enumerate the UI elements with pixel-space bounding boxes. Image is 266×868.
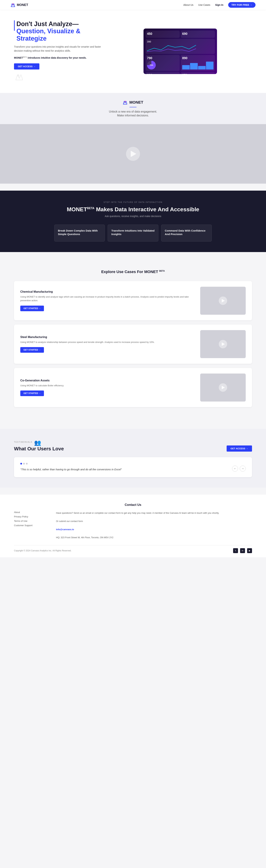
- hero-image-area: 450 690: [108, 29, 252, 74]
- feature-card-2: Transform Intuitions Into Validated Insi…: [108, 224, 158, 242]
- use-case-3-content: Co-Generation Assets Using MONET to calc…: [20, 379, 193, 396]
- use-case-1-desc: Using MONET to identify and analyze tags…: [20, 295, 193, 303]
- logo-center: MONET: [10, 100, 256, 105]
- use-cases-header-sup: BETA: [159, 270, 165, 272]
- svg-marker-2: [16, 75, 23, 80]
- testimonials-cta-button[interactable]: GET ACCESS →: [227, 445, 252, 452]
- use-case-1-content: Chemical Manufacturing Using MONET to id…: [20, 290, 193, 311]
- footer-email-link[interactable]: info@canvass.io: [56, 528, 74, 531]
- nav-use-cases[interactable]: Use Cases: [198, 3, 210, 6]
- use-case-2-title: Steel Manufacturing: [20, 336, 193, 339]
- social-icons: 𝕏 in ▶: [233, 548, 252, 553]
- use-case-1-title: Chemical Manufacturing: [20, 290, 193, 293]
- testimonial-prev-button[interactable]: ←: [232, 466, 238, 471]
- social-icon-youtube[interactable]: ▶: [247, 548, 252, 553]
- nav-about[interactable]: About Us: [183, 3, 193, 6]
- dark-title-suffix: Makes Data Interactive And Accessible: [95, 206, 199, 213]
- use-case-1-play-button[interactable]: [219, 297, 227, 305]
- footer-bottom: Copyright © 2024 Canvass Analytics Inc. …: [14, 545, 252, 553]
- use-case-3-play-button[interactable]: [219, 383, 227, 392]
- hero-content: Don't Just Analyze— Question, Visualize …: [14, 20, 101, 83]
- play-triangle-sm-icon-2: [222, 342, 225, 346]
- nav-try-free-button[interactable]: TRY FOR FREE →: [228, 2, 256, 8]
- testimonial-content: "This is so helpful, rather than having …: [20, 463, 122, 471]
- spacer-1: [0, 184, 266, 191]
- feature-card-2-title: Transform Intuitions Into Validated Insi…: [111, 229, 155, 236]
- footer-contact-info: Have questions? Send us an email or comp…: [56, 511, 252, 539]
- line-chart-svg: [147, 44, 213, 53]
- use-case-3-video: [200, 374, 246, 402]
- hero-title-line2: Question, Visualize &: [16, 28, 80, 35]
- monet-center-logo-icon: [123, 100, 128, 105]
- dot-1: [20, 463, 22, 465]
- use-case-1-cta-button[interactable]: GET STARTED →: [20, 306, 44, 311]
- feature-card-1: Break Down Complex Data With Simple Ques…: [54, 224, 105, 242]
- play-triangle-icon: [131, 151, 136, 157]
- footer-contact-title: Contact Us: [14, 503, 252, 507]
- spacer-4: [0, 488, 266, 495]
- hero-beta-sup: BETA: [23, 56, 27, 58]
- testimonial-nav: ← →: [232, 466, 246, 471]
- dash-card-wide: 390: [145, 39, 215, 54]
- dash-card-1: 450: [145, 31, 180, 38]
- feature-card-3-title: Command Data With Confidence And Precisi…: [165, 229, 208, 236]
- logo-center-text: MONET: [129, 100, 143, 105]
- hero-title: Don't Just Analyze— Question, Visualize …: [16, 20, 80, 42]
- dark-title-sup: BETA: [87, 207, 94, 210]
- footer-links: About Privacy Policy Terms of Use Custom…: [14, 511, 49, 539]
- use-case-2-cta-button[interactable]: GET STARTED →: [20, 347, 44, 353]
- logo-tagline-1: Unlock a new era of data engagement.: [10, 110, 256, 113]
- video-play-button[interactable]: [126, 147, 140, 161]
- hero-section: Don't Just Analyze— Question, Visualize …: [0, 10, 266, 93]
- video-section: [0, 124, 266, 184]
- feature-card-3: Command Data With Confidence And Precisi…: [161, 224, 212, 242]
- testimonials-tag-row: TESTIMONIALS 👥: [14, 439, 64, 446]
- bar: [198, 66, 206, 69]
- use-case-2-content: Steel Manufacturing Using MONET to analy…: [20, 336, 193, 353]
- footer-link-privacy[interactable]: Privacy Policy: [14, 515, 49, 518]
- use-case-item-2: Steel Manufacturing Using MONET to analy…: [14, 324, 252, 364]
- testimonials-title: What Our Users Love: [14, 446, 64, 452]
- bar: [182, 65, 190, 69]
- mini-chart-3: [182, 61, 213, 69]
- footer-grid: About Privacy Policy Terms of Use Custom…: [14, 511, 252, 539]
- footer: Contact Us About Privacy Policy Terms of…: [0, 495, 266, 557]
- testimonial-next-button[interactable]: →: [240, 466, 246, 471]
- dash-card-6: 850: [181, 72, 215, 74]
- use-case-3-desc: Using MONET to calculate Boiler efficien…: [20, 384, 193, 388]
- dot-2: [23, 463, 25, 465]
- nav-logo[interactable]: MONET: [10, 2, 28, 7]
- use-case-1-video: [200, 287, 246, 315]
- bar: [206, 62, 213, 69]
- circle-progress: 75%: [147, 61, 156, 69]
- navbar: MONET About Us Use Cases Sign In TRY FOR…: [0, 0, 266, 10]
- use-case-2-video: [200, 330, 246, 358]
- dash-card-2: 690: [181, 31, 215, 38]
- hero-monet-bold: MONET: [14, 56, 23, 59]
- dark-section-title: MONETBETA Makes Data Interactive And Acc…: [14, 206, 252, 213]
- footer-link-support[interactable]: Customer Support: [14, 524, 49, 527]
- footer-copyright: Copyright © 2024 Canvass Analytics Inc. …: [14, 550, 71, 552]
- testimonials-tag: TESTIMONIALS: [14, 441, 32, 443]
- testimonial-dots: [20, 463, 122, 465]
- use-case-2-desc: Using MONET to analyze relationship betw…: [20, 340, 193, 344]
- dark-section-description: Ask questions, receive insights, and mak…: [14, 215, 252, 218]
- monet-logo-icon: [10, 2, 15, 7]
- nav-signin[interactable]: Sign In: [215, 3, 224, 6]
- testimonials-title-area: TESTIMONIALS 👥 What Our Users Love: [14, 439, 64, 452]
- dark-feature-section: STEP INTO THE FUTURE OF DATA INTERACTION…: [0, 191, 266, 252]
- footer-link-about[interactable]: About: [14, 511, 49, 514]
- logo-divider: [130, 107, 136, 107]
- social-icon-linkedin[interactable]: in: [240, 548, 245, 553]
- dash-card-5: 699: [145, 72, 180, 74]
- hero-cta-button[interactable]: GET ACCESS →: [14, 63, 39, 69]
- spacer-2: [0, 252, 266, 259]
- use-case-3-cta-button[interactable]: GET STARTED →: [20, 391, 44, 396]
- use-case-2-play-button[interactable]: [219, 340, 227, 348]
- footer-contact-desc: Have questions? Send us an email or comp…: [56, 511, 252, 515]
- hero-bold-text: MONETBETA introduces intuitive data disc…: [14, 56, 101, 59]
- footer-address: HQ: 323 Front Street W, 4th Floor, Toron…: [56, 535, 252, 539]
- social-icon-twitter[interactable]: 𝕏: [233, 548, 238, 553]
- footer-link-terms[interactable]: Terms of Use: [14, 520, 49, 522]
- testimonial-quote: "This is so helpful, rather than having …: [20, 467, 122, 471]
